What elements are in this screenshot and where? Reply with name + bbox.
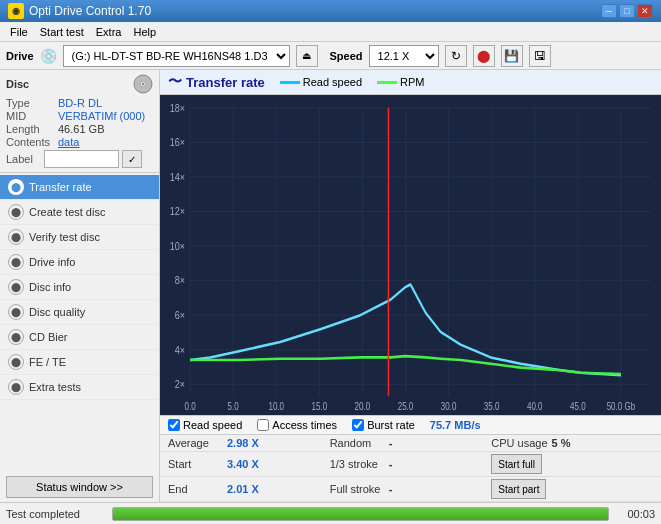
disc-erase-button[interactable]: ⬤ [473, 45, 495, 67]
svg-rect-3 [160, 95, 661, 415]
status-window-button[interactable]: Status window >> [6, 476, 153, 498]
nav-disc-quality[interactable]: ⬤ Disc quality [0, 300, 159, 325]
create-test-disc-icon: ⬤ [8, 204, 24, 220]
fe-te-icon: ⬤ [8, 354, 24, 370]
main-area: Disc Type BD-R DL MID VERBATIMf (000) Le… [0, 70, 661, 502]
refresh-button[interactable]: ↻ [445, 45, 467, 67]
speed-select[interactable]: 12.1 X [369, 45, 439, 67]
checkboxes-row: Read speed Access times Burst rate 75.7 … [160, 415, 661, 435]
nav-verify-test-disc[interactable]: ⬤ Verify test disc [0, 225, 159, 250]
drive-label: Drive [6, 50, 34, 62]
svg-text:2×: 2× [175, 378, 185, 390]
chart-title: 〜 Transfer rate [168, 73, 265, 91]
svg-text:14×: 14× [170, 171, 185, 183]
nav-disc-info-label: Disc info [29, 281, 71, 293]
stat-third-stroke-label: 1/3 stroke [330, 458, 385, 470]
nav-fe-te[interactable]: ⬤ FE / TE [0, 350, 159, 375]
stat-start-label: Start [168, 458, 223, 470]
stat-random-value: - [389, 437, 393, 449]
svg-text:50.0 Gb: 50.0 Gb [607, 401, 636, 412]
menu-help[interactable]: Help [127, 24, 162, 40]
disc-section-title: Disc [6, 78, 29, 90]
disc-quality-icon: ⬤ [8, 304, 24, 320]
speed-label: Speed [330, 50, 363, 62]
access-times-checkbox-label[interactable]: Access times [257, 419, 337, 431]
stat-start-value: 3.40 X [227, 458, 259, 470]
stat-full-stroke-value: - [389, 483, 393, 495]
stats-row-3: End 2.01 X Full stroke - Start part [160, 477, 661, 502]
nav-drive-info[interactable]: ⬤ Drive info [0, 250, 159, 275]
disc-label-ok-button[interactable]: ✓ [122, 150, 142, 168]
disc-section: Disc Type BD-R DL MID VERBATIMf (000) Le… [0, 70, 159, 173]
menu-bar: File Start test Extra Help [0, 22, 661, 42]
svg-text:8×: 8× [175, 274, 185, 286]
svg-text:15.0: 15.0 [312, 401, 328, 412]
legend-read-speed-color [280, 81, 300, 84]
menu-file[interactable]: File [4, 24, 34, 40]
stat-average-col: Average 2.98 X [168, 437, 330, 449]
svg-text:18×: 18× [170, 102, 185, 114]
stat-full-stroke-col: Full stroke - [330, 483, 492, 495]
disc-header: Disc [6, 74, 153, 94]
close-button[interactable]: ✕ [637, 4, 653, 18]
progress-bar [112, 507, 609, 521]
svg-text:10.0: 10.0 [268, 401, 284, 412]
chart-svg: 18× 16× 14× 12× 10× 8× 6× 4× 2× 0.0 5.0 … [160, 95, 661, 415]
start-full-button[interactable]: Start full [491, 454, 542, 474]
nav-items: ⬤ Transfer rate ⬤ Create test disc ⬤ Ver… [0, 173, 159, 472]
drive-select[interactable]: (G:) HL-DT-ST BD-RE WH16NS48 1.D3 [63, 45, 290, 67]
disc-write-button[interactable]: 💾 [501, 45, 523, 67]
legend-rpm-color [377, 81, 397, 84]
stat-third-stroke-value: - [389, 458, 393, 470]
eject-button[interactable]: ⏏ [296, 45, 318, 67]
stat-third-stroke-col: 1/3 stroke - [330, 458, 492, 470]
access-times-checkbox[interactable] [257, 419, 269, 431]
stat-cpu-value: 5 % [552, 437, 571, 449]
disc-length-label: Length [6, 123, 58, 135]
start-part-button[interactable]: Start part [491, 479, 546, 499]
stat-random-label: Random [330, 437, 385, 449]
window-controls: ─ □ ✕ [601, 4, 653, 18]
svg-text:20.0: 20.0 [355, 401, 371, 412]
nav-create-test-disc-label: Create test disc [29, 206, 105, 218]
svg-text:30.0: 30.0 [441, 401, 457, 412]
menu-extra[interactable]: Extra [90, 24, 128, 40]
stat-end-label: End [168, 483, 223, 495]
disc-label-label: Label [6, 153, 41, 165]
legend-read-speed-label: Read speed [303, 76, 362, 88]
maximize-button[interactable]: □ [619, 4, 635, 18]
nav-disc-info[interactable]: ⬤ Disc info [0, 275, 159, 300]
stat-start-part-col: Start part [491, 479, 653, 499]
stat-end-col: End 2.01 X [168, 483, 330, 495]
svg-text:12×: 12× [170, 205, 185, 217]
app-icon: ◉ [8, 3, 24, 19]
nav-fe-te-label: FE / TE [29, 356, 66, 368]
nav-extra-tests-label: Extra tests [29, 381, 81, 393]
stat-random-col: Random - [330, 437, 492, 449]
stat-average-label: Average [168, 437, 223, 449]
disc-contents-value[interactable]: data [58, 136, 79, 148]
extra-tests-icon: ⬤ [8, 379, 24, 395]
svg-text:6×: 6× [175, 309, 185, 321]
burst-rate-checkbox[interactable] [352, 419, 364, 431]
nav-cd-bier-label: CD Bier [29, 331, 68, 343]
read-speed-checkbox-label[interactable]: Read speed [168, 419, 242, 431]
nav-transfer-rate[interactable]: ⬤ Transfer rate [0, 175, 159, 200]
drive-info-icon: ⬤ [8, 254, 24, 270]
minimize-button[interactable]: ─ [601, 4, 617, 18]
nav-extra-tests[interactable]: ⬤ Extra tests [0, 375, 159, 400]
svg-text:25.0: 25.0 [398, 401, 414, 412]
nav-cd-bier[interactable]: ⬤ CD Bier [0, 325, 159, 350]
nav-create-test-disc[interactable]: ⬤ Create test disc [0, 200, 159, 225]
stat-average-value: 2.98 X [227, 437, 259, 449]
burst-rate-checkbox-label[interactable]: Burst rate [352, 419, 415, 431]
chart-container: 18× 16× 14× 12× 10× 8× 6× 4× 2× 0.0 5.0 … [160, 95, 661, 415]
save-button[interactable]: 🖫 [529, 45, 551, 67]
stats-row-1: Average 2.98 X Random - CPU usage 5 % [160, 435, 661, 452]
disc-mid-value: VERBATIMf (000) [58, 110, 145, 122]
menu-start-test[interactable]: Start test [34, 24, 90, 40]
chart-title-bar: 〜 Transfer rate Read speed RPM [160, 70, 661, 95]
read-speed-checkbox[interactable] [168, 419, 180, 431]
disc-label-input[interactable] [44, 150, 119, 168]
nav-verify-test-disc-label: Verify test disc [29, 231, 100, 243]
